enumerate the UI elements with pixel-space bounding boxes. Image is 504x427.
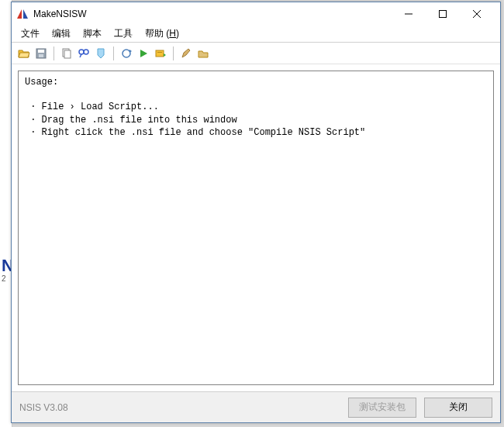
svg-rect-19 xyxy=(156,50,164,57)
main-window: MakeNSISW 文件 编辑 脚本 工具 帮助 (H) xyxy=(11,2,501,423)
svg-rect-8 xyxy=(39,54,43,57)
statusbar: NSIS V3.08 测试安装包 关闭 xyxy=(12,391,500,422)
maximize-button[interactable] xyxy=(426,3,460,25)
window-title: MakeNSISW xyxy=(33,9,392,19)
svg-point-11 xyxy=(79,50,84,54)
svg-line-14 xyxy=(80,54,81,57)
content-area: Usage: · File › Load Script... · Drag th… xyxy=(12,64,500,391)
svg-point-12 xyxy=(84,50,88,54)
open-icon[interactable] xyxy=(16,46,32,61)
status-version: NSIS V3.08 xyxy=(19,402,340,413)
background-number: 2 xyxy=(2,274,6,283)
close-button[interactable] xyxy=(460,3,494,25)
play-icon[interactable] xyxy=(136,46,151,61)
toolbar-separator xyxy=(54,46,54,60)
test-icon[interactable] xyxy=(153,46,168,61)
toolbar-separator xyxy=(173,46,174,60)
app-icon xyxy=(16,8,29,20)
edit-script-icon[interactable] xyxy=(178,46,194,61)
window-controls xyxy=(392,3,494,25)
browse-script-icon[interactable] xyxy=(195,46,211,61)
menu-file[interactable]: 文件 xyxy=(15,26,46,42)
titlebar[interactable]: MakeNSISW xyxy=(12,2,500,26)
svg-marker-0 xyxy=(17,9,22,19)
menu-script[interactable]: 脚本 xyxy=(77,26,108,42)
output-textarea[interactable]: Usage: · File › Load Script... · Drag th… xyxy=(18,71,494,385)
copy-icon[interactable] xyxy=(59,46,74,61)
test-installer-button: 测试安装包 xyxy=(348,398,416,418)
recompile-icon[interactable] xyxy=(119,46,134,61)
svg-rect-3 xyxy=(440,11,447,18)
menu-edit[interactable]: 编辑 xyxy=(46,26,77,42)
close-dialog-button[interactable]: 关闭 xyxy=(424,398,492,418)
menubar: 文件 编辑 脚本 工具 帮助 (H) xyxy=(12,26,500,43)
svg-marker-21 xyxy=(164,53,166,57)
svg-marker-1 xyxy=(23,9,28,19)
menu-tools[interactable]: 工具 xyxy=(108,26,139,42)
menu-help[interactable]: 帮助 (H) xyxy=(139,26,185,42)
toolbar-separator xyxy=(113,46,114,60)
svg-rect-7 xyxy=(38,50,44,53)
clear-icon[interactable] xyxy=(93,46,109,61)
minimize-button[interactable] xyxy=(392,3,426,25)
toolbar xyxy=(12,43,500,64)
save-icon[interactable] xyxy=(33,46,49,61)
svg-rect-20 xyxy=(157,52,162,53)
svg-marker-18 xyxy=(140,50,147,57)
svg-rect-10 xyxy=(64,50,71,58)
find-icon[interactable] xyxy=(76,46,91,61)
svg-point-16 xyxy=(123,50,130,57)
svg-marker-15 xyxy=(98,49,104,58)
